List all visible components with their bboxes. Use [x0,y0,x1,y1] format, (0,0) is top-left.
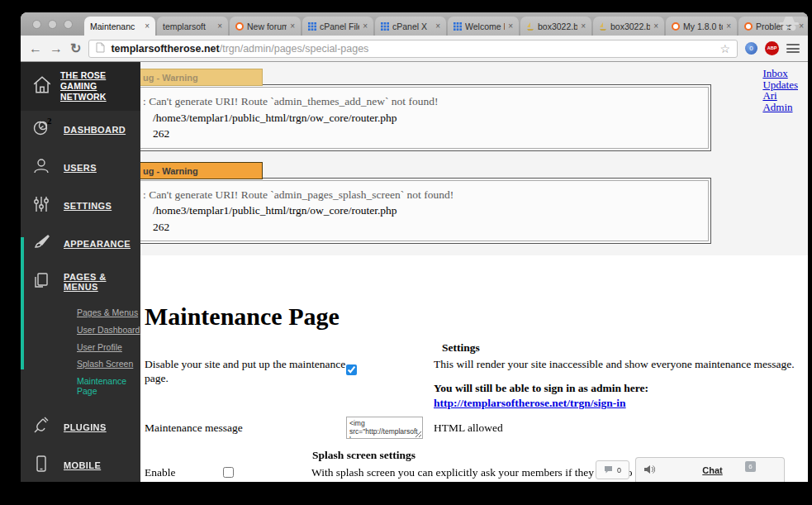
tab-close-icon[interactable]: × [726,22,731,31]
tab-close-icon[interactable]: × [290,22,295,31]
tab-templarsoft[interactable]: templarsoft × [157,17,228,36]
tab-box3022-2[interactable]: box3022.bl × [593,17,664,36]
sidebar-item-dashboard[interactable]: 2 DASHBOARD [21,111,140,149]
tab-close-icon[interactable]: × [508,22,513,31]
tab-title: cPanel File [320,21,359,31]
tab-title: Welcome H [465,21,505,31]
warning-header: ug - Warning [140,69,263,86]
close-window-button[interactable] [32,20,41,29]
warning-line-number: 262 [153,126,700,142]
tab-title: box3022.bl [610,21,650,31]
reload-button[interactable]: ↻ [70,42,81,55]
page-title: Maintenance Page [145,303,808,331]
tab-close-icon[interactable]: × [145,22,150,31]
page-content: THE ROSE GAMING NETWORK 2 DASHBOARD USER… [21,62,808,482]
profile-link[interactable]: Ari [762,90,798,102]
speaker-icon[interactable] [643,463,655,478]
sidebar-item-users[interactable]: USERS [21,149,140,187]
maintenance-info-text: This will render your site inaccessible … [434,357,800,372]
tab-box3022-1[interactable]: box3022.bl × [520,17,591,36]
tab-maintenance[interactable]: Maintenanc × [84,17,155,36]
tab-title: New forum [247,21,287,31]
forward-button[interactable]: → [50,42,63,55]
maintenance-message-textarea[interactable]: <img src="http://templarsofthero [346,417,423,439]
cpanel-grid-favicon-icon [308,22,316,31]
tab-close-icon[interactable]: × [653,22,658,31]
inbox-link[interactable]: Inbox [762,68,798,79]
tab-cpanel-file[interactable]: cPanel File × [302,17,373,36]
tab-bar: Maintenanc × templarsoft × New forum × c… [21,12,808,36]
sidebar-item-plugins[interactable]: PLUGINS [21,408,140,446]
tab-close-icon[interactable]: × [581,22,586,31]
cpanel-grid-favicon-icon [381,22,389,31]
browser-window: Maintenanc × templarsoft × New forum × c… [21,12,808,482]
sidebar-item-mobile[interactable]: MOBILE [21,446,140,482]
sidebar-item-appearance[interactable]: APPEARANCE [21,225,140,263]
html-allowed-text: HTML allowed [434,417,808,436]
signin-link[interactable]: http://templarsoftherose.net/trgn/sign-i… [434,397,626,409]
orange-ring-favicon-icon [672,22,680,31]
sidebar-item-label: DASHBOARD [64,125,126,135]
bookmark-star-icon[interactable]: ☆ [719,42,730,55]
comments-counter-widget[interactable]: 0 [596,460,629,479]
subitem-pages-menus[interactable]: Pages & Menus [77,307,140,318]
tab-close-icon[interactable]: × [435,22,440,31]
settings-section-heading: Settings [442,341,808,355]
extension-badge-icon[interactable]: 0 [745,42,757,55]
incognito-icon [776,15,801,35]
sidebar-item-settings[interactable]: SETTINGS [21,187,140,225]
warning-file-path: /home3/templar1/public_html/trgn/ow_core… [153,110,700,126]
tab-close-icon[interactable]: × [363,22,368,31]
sidebar-logo[interactable]: THE ROSE GAMING NETWORK [21,62,140,111]
sidebar-item-label: SETTINGS [64,201,112,211]
dashboard-count-badge: 2 [47,116,52,126]
admin-link[interactable]: Admin [762,102,798,113]
sidebar-item-label: USERS [64,163,97,173]
tab-new-forum[interactable]: New forum × [230,17,301,36]
minimize-window-button[interactable] [48,20,57,29]
subitem-user-dashboard[interactable]: User Dashboard [77,325,140,336]
updates-link[interactable]: Updates [762,79,798,91]
comments-count: 0 [617,466,621,474]
sidebar-item-label: APPEARANCE [64,239,131,249]
warning-message: : Can't generate URI! Route `admin_pages… [143,187,700,203]
pages-submenu: Pages & Menus User Dashboard User Profil… [77,307,140,397]
boat-favicon-icon [599,22,607,31]
orange-ring-favicon-icon [235,22,244,31]
tab-title: cPanel X [392,21,432,31]
tab-cpanel-x[interactable]: cPanel X × [375,17,446,36]
disable-site-checkbox[interactable] [346,364,357,375]
subitem-maintenance-page[interactable]: Maintenance Page [77,376,128,397]
chrome-menu-icon[interactable] [786,42,800,55]
main-content: Inbox Updates Ari Admin ug - Warning : C… [140,62,808,482]
splash-enable-checkbox[interactable] [223,467,234,478]
subitem-splash-screen[interactable]: Splash Screen [77,359,140,369]
sidebar-item-pages-menus[interactable]: PAGES & MENUS [21,263,140,301]
debug-warnings-zone: ug - Warning : Can't generate URI! Route… [140,62,808,255]
chat-tab-label[interactable]: Chat [702,465,722,475]
tab-my-180[interactable]: My 1.8.0 to × [666,17,737,36]
back-button[interactable]: ← [29,42,42,55]
site-name: THE ROSE GAMING NETWORK [60,70,128,102]
tab-title: Maintenanc [90,21,141,31]
adblock-plus-icon[interactable]: ABP [765,41,779,55]
sidebar-item-label: PLUGINS [64,422,107,432]
tab-title: My 1.8.0 to [683,21,723,31]
zoom-window-button[interactable] [64,20,73,29]
pages-icon [31,270,51,293]
tab-welcome[interactable]: Welcome H × [448,17,519,36]
warning-line-number: 262 [153,219,700,236]
subitem-user-profile[interactable]: User Profile [77,342,140,353]
warning-file-path: /home3/templar1/public_html/trgn/ow_core… [153,202,700,219]
speech-bubble-icon [604,465,613,475]
page-favicon-icon [96,42,105,55]
tab-close-icon[interactable]: × [217,22,222,31]
sliders-icon [31,194,51,217]
warning-message: : Can't generate URI! Route `admin_theme… [143,93,700,110]
address-bar[interactable]: templarsoftherose.net/trgn/admin/pages/s… [88,40,738,58]
home-icon [31,74,53,99]
browser-toolbar: ← → ↻ templarsoftherose.net/trgn/admin/p… [21,36,808,62]
traffic-lights[interactable] [26,12,84,36]
chat-console[interactable]: Chat 6 [635,457,785,482]
maintenance-message-label: Maintenance message [145,417,346,436]
